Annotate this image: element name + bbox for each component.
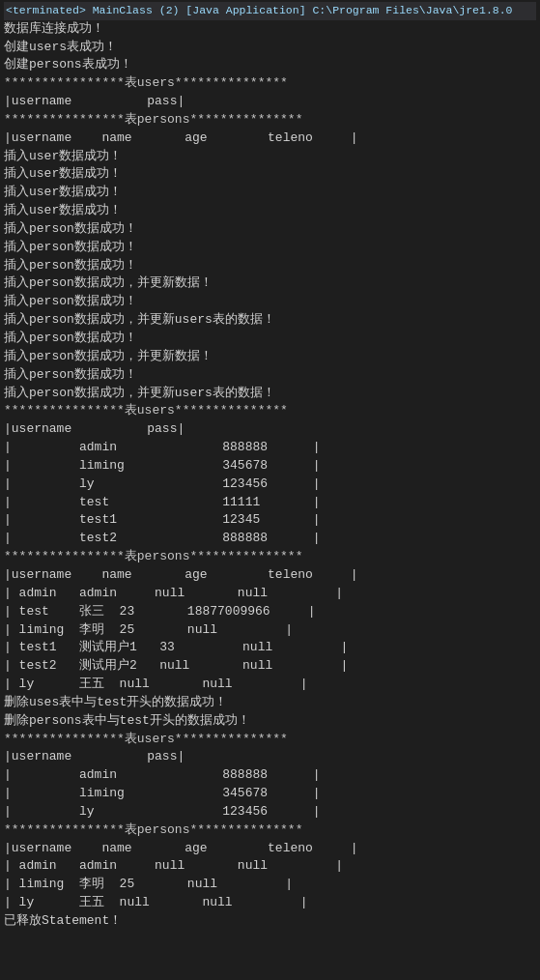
console-line-45: ****************表persons*************** [4,821,536,840]
console-line-12: 插入person数据成功！ [4,220,536,239]
console-line-16: 插入person数据成功！ [4,293,536,311]
console-line-26: | ly 123456 | [4,476,536,494]
console-line-8: 插入user数据成功！ [4,148,536,166]
console-line-33: | test 张三 23 18877009966 | [4,603,536,621]
console-line-23: |username pass| [4,420,536,439]
console-line-30: ****************表persons*************** [4,548,536,566]
console-line-21: 插入person数据成功，并更新users表的数据！ [4,385,536,403]
console-line-29: | test2 888888 | [4,530,536,548]
console-line-34: | liming 李明 25 null | [4,621,536,640]
console-line-48: | liming 李明 25 null | [4,876,536,894]
console-line-15: 插入person数据成功，并更新数据！ [4,274,536,293]
console-line-41: |username pass| [4,748,536,766]
console-line-6: ****************表persons*************** [4,111,536,130]
console-line-50: 已释放Statement！ [4,912,536,931]
console-line-49: | ly 王五 null null | [4,894,536,912]
console-line-37: | ly 王五 null null | [4,676,536,694]
console-line-7: |username name age teleno | [4,130,536,148]
console-line-36: | test2 测试用户2 null null | [4,657,536,676]
console-line-1: 数据库连接成功！ [4,20,536,39]
console-line-0: <terminated> MainClass (2) [Java Applica… [4,2,536,20]
console-line-2: 创建users表成功！ [4,39,536,57]
console-line-10: 插入user数据成功！ [4,184,536,202]
console-output: <terminated> MainClass (2) [Java Applica… [0,0,540,980]
console-line-43: | liming 345678 | [4,785,536,803]
console-line-31: |username name age teleno | [4,566,536,585]
console-line-25: | liming 345678 | [4,457,536,476]
console-line-32: | admin admin null null | [4,585,536,603]
console-line-40: ****************表users*************** [4,731,536,749]
console-line-11: 插入user数据成功！ [4,202,536,220]
console-line-47: | admin admin null null | [4,857,536,876]
console-line-20: 插入person数据成功！ [4,366,536,385]
console-line-38: 删除uses表中与test开头的数据成功！ [4,694,536,712]
console-line-13: 插入person数据成功！ [4,239,536,257]
console-line-17: 插入person数据成功，并更新users表的数据！ [4,311,536,330]
console-line-14: 插入person数据成功！ [4,257,536,275]
console-line-28: | test1 12345 | [4,511,536,530]
console-line-39: 删除persons表中与test开头的数据成功！ [4,712,536,731]
console-line-3: 创建persons表成功！ [4,56,536,74]
console-line-42: | admin 888888 | [4,766,536,785]
console-line-35: | test1 测试用户1 33 null | [4,639,536,657]
console-line-27: | test 11111 | [4,494,536,512]
console-line-24: | admin 888888 | [4,439,536,457]
console-line-19: 插入person数据成功，并更新数据！ [4,348,536,366]
console-line-18: 插入person数据成功！ [4,330,536,348]
console-line-4: ****************表users*************** [4,74,536,93]
console-line-44: | ly 123456 | [4,803,536,821]
console-line-9: 插入user数据成功！ [4,165,536,184]
console-line-5: |username pass| [4,93,536,111]
console-line-22: ****************表users*************** [4,402,536,420]
console-line-46: |username name age teleno | [4,840,536,858]
